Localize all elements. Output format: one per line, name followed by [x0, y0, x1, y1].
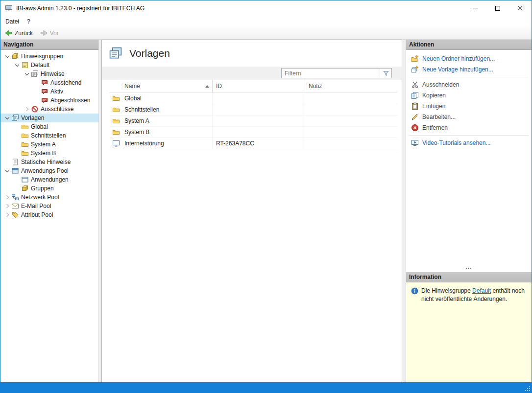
action-neuen-ordner-hinzuf-gen[interactable]: Neuen Ordner hinzufügen...: [406, 53, 532, 64]
table-row-schnittstellen[interactable]: Schnittstellen: [109, 104, 397, 116]
templates-icon: [108, 46, 123, 60]
actions-separator: [409, 135, 529, 136]
chevron-collapsed-icon[interactable]: [3, 193, 11, 201]
tree-item-system-b[interactable]: System B: [0, 149, 98, 158]
forbidden-icon: [31, 105, 39, 113]
chevron-collapsed-icon[interactable]: [23, 105, 31, 113]
maximize-button[interactable]: [486, 0, 509, 16]
filter-button[interactable]: [380, 69, 391, 78]
back-label: Zurück: [15, 30, 33, 37]
tree-item-ausstehend[interactable]: Ausstehend: [0, 78, 98, 87]
table-row-global[interactable]: Global: [109, 93, 397, 104]
column-header-label: Name: [124, 83, 140, 90]
resize-grip-icon[interactable]: [524, 385, 531, 392]
group-icon: [11, 52, 19, 60]
chevron-spacer: [33, 88, 41, 95]
group-icon: [21, 185, 29, 192]
tree-item-hinweise[interactable]: Hinweise: [0, 69, 98, 78]
menu-item-datei[interactable]: Datei: [1, 17, 23, 26]
close-button[interactable]: [509, 0, 532, 16]
back-arrow-icon: [4, 29, 13, 37]
right-panel: Aktionen Neuen Ordner hinzufügen...Neue …: [406, 40, 532, 382]
table-row-internetst-rung[interactable]: InternetstörungRT-263A78CC: [109, 138, 397, 149]
action-einf-gen[interactable]: Einfügen: [406, 101, 532, 112]
information-message: Die Hinweisgruppe Default enthält noch n…: [421, 287, 527, 303]
actions-panel: Aktionen Neuen Ordner hinzufügen...Neue …: [406, 40, 532, 272]
chevron-spacer: [3, 158, 11, 166]
tree-item-anwendungs-pool[interactable]: Anwendungs Pool: [0, 166, 98, 175]
column-header-notiz[interactable]: Notiz: [305, 80, 397, 93]
cell-name: System B: [109, 127, 213, 138]
panel-splitter[interactable]: ...: [406, 266, 532, 272]
tree-item-label: Hinweise: [41, 70, 65, 77]
chevron-collapsed-icon[interactable]: [3, 202, 11, 210]
table-row-system-b[interactable]: System B: [109, 127, 397, 138]
tree-item-label: Ausschlüsse: [41, 106, 73, 113]
cell-notiz: [305, 127, 397, 138]
tree-item-default[interactable]: Default: [0, 61, 98, 69]
minimize-icon: [473, 8, 478, 8]
tree-item-gruppen[interactable]: Gruppen: [0, 184, 98, 193]
scissors-icon: [411, 81, 419, 89]
filter-input[interactable]: [282, 69, 380, 78]
tree-item-abgeschlossen[interactable]: Abgeschlossen: [0, 96, 98, 105]
minimize-button[interactable]: [464, 0, 486, 16]
default-group-link[interactable]: Default: [472, 287, 491, 294]
action-label: Einfügen: [422, 103, 445, 110]
chevron-expanded-icon[interactable]: [23, 70, 31, 78]
action-label: Video-Tutorials ansehen...: [422, 139, 490, 146]
titlebar: IBI-aws Admin 1.23.0 - registriert für I…: [0, 0, 532, 16]
chevron-spacer: [13, 176, 21, 184]
tree-item-attribut-pool[interactable]: Attribut Pool: [0, 210, 98, 219]
action-ausschneiden[interactable]: Ausschneiden: [406, 79, 532, 90]
folder-icon: [21, 149, 29, 157]
back-button[interactable]: Zurück: [2, 28, 37, 38]
action-label: Neuen Ordner hinzufügen...: [422, 55, 495, 62]
template-new-icon: [411, 66, 419, 73]
action-neue-vorlage-hinzuf-gen[interactable]: Neue Vorlage hinzufügen...: [406, 64, 532, 75]
static-icon: [11, 158, 19, 166]
tree-item-netzwerk-pool[interactable]: Netzwerk Pool: [0, 193, 98, 202]
column-header-id[interactable]: ID: [213, 80, 305, 93]
copy-icon: [411, 92, 419, 99]
tree-item-label: System A: [31, 141, 56, 148]
tree-item-vorlagen[interactable]: Vorlagen: [0, 114, 98, 122]
tree-item-hinweisgruppen[interactable]: Hinweisgruppen: [0, 52, 98, 61]
close-icon: [517, 5, 523, 11]
mail-icon: [11, 202, 19, 210]
tree-item-label: Anwendungs Pool: [21, 167, 69, 174]
tree-item-ausschl-sse[interactable]: Ausschlüsse: [0, 105, 98, 114]
chevron-expanded-icon[interactable]: [3, 114, 11, 122]
chevron-spacer: [13, 149, 21, 157]
tree-item-label: Statische Hinweise: [21, 159, 71, 165]
action-bearbeiten[interactable]: Bearbeiten...: [406, 112, 532, 122]
content-area: Navigation HinweisgruppenDefaultHinweise…: [0, 40, 532, 382]
cell-name: Global: [109, 93, 213, 104]
cell-notiz: [305, 116, 397, 126]
chevron-expanded-icon[interactable]: [13, 61, 21, 69]
filter-funnel-icon: [383, 70, 389, 77]
toolbar: Zurück Vor: [0, 27, 532, 40]
action-video-tutorials-ansehen[interactable]: Video-Tutorials ansehen...: [406, 138, 532, 148]
chevron-expanded-icon[interactable]: [3, 167, 11, 175]
splitter-dots-icon: ...: [465, 266, 472, 268]
tree-item-aktiv[interactable]: Aktiv: [0, 87, 98, 96]
tree-item-anwendungen[interactable]: Anwendungen: [0, 175, 98, 184]
tree-item-statische-hinweise[interactable]: Statische Hinweise: [0, 158, 98, 166]
chevron-spacer: [13, 123, 21, 131]
window-title: IBI-aws Admin 1.23.0 - registriert für I…: [16, 5, 145, 12]
info-text-before: Die Hinweisgruppe: [421, 287, 472, 294]
table-row-system-a[interactable]: System A: [109, 116, 397, 127]
tree-item-system-a[interactable]: System A: [0, 140, 98, 149]
column-header-name[interactable]: Name: [109, 80, 213, 93]
forward-button[interactable]: Vor: [38, 28, 63, 38]
menu-item-help[interactable]: ?: [23, 17, 34, 26]
tree-item-e-mail-pool[interactable]: E-Mail Pool: [0, 202, 98, 210]
action-entfernen[interactable]: Entfernen: [406, 122, 532, 133]
chevron-collapsed-icon[interactable]: [3, 211, 11, 219]
forward-arrow-icon: [40, 29, 48, 37]
tree-item-schnittstellen[interactable]: Schnittstellen: [0, 131, 98, 140]
tree-item-global[interactable]: Global: [0, 122, 98, 131]
chevron-expanded-icon[interactable]: [3, 52, 11, 60]
action-kopieren[interactable]: Kopieren: [406, 90, 532, 101]
